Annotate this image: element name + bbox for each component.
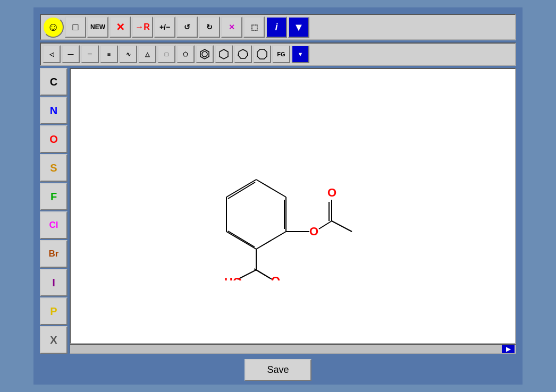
molecule-svg: O O [182,132,384,280]
element-Cl[interactable]: Cl [40,211,68,239]
row2-arrow-button[interactable]: ▼ [291,45,309,63]
undo-button[interactable]: ↺ [176,16,198,38]
pentagon-button[interactable]: ⬠ [176,45,195,63]
svg-line-16 [319,221,332,229]
element-S[interactable]: S [40,154,68,182]
heptagon-button[interactable] [234,45,252,63]
main-area: C N O S F Cl Br I P X [40,68,516,354]
canvas-wrapper: O O [70,68,516,354]
bond-single-button[interactable]: — [62,45,80,63]
new-button[interactable]: NEW [87,16,108,38]
blue-arrow-button[interactable]: ▼ [288,16,309,38]
svg-line-23 [254,269,270,278]
svg-text:O: O [309,225,318,238]
bond-double-button[interactable]: ═ [81,45,99,63]
svg-point-1 [202,52,207,57]
triangle-button[interactable]: △ [138,45,156,63]
svg-marker-2 [220,49,228,59]
cross-button[interactable]: ✕ [221,16,242,38]
fg-button[interactable]: FG [272,45,290,63]
svg-line-5 [256,180,286,197]
toolbar-row2: ◁ — ═ ≡ ∿ △ □ ⬠ FG [40,42,516,66]
svg-text:HO: HO [224,275,242,280]
element-I[interactable]: I [40,269,68,296]
plusminus-button[interactable]: +/− [154,16,175,38]
svg-text:O: O [327,186,336,199]
smiley-button[interactable]: ☺ [43,16,64,38]
square-button[interactable]: □ [157,45,175,63]
bond-triple-button[interactable]: ≡ [100,45,118,63]
octagon-button[interactable] [253,45,271,63]
element-X[interactable]: X [40,326,68,354]
bond-wedge-button[interactable]: ◁ [43,45,61,63]
svg-line-13 [228,182,255,199]
save-button[interactable]: Save [245,359,311,381]
select-button[interactable]: ⬚ [243,16,265,38]
info-button[interactable]: i [266,16,287,38]
svg-line-20 [332,221,352,232]
svg-marker-3 [238,49,248,58]
svg-line-9 [226,232,256,249]
element-P[interactable]: P [40,297,68,325]
app-container: ☺ □ NEW ✕ →R +/− ↺ ↻ ✕ ⬚ i ▼ ◁ — ═ ≡ ∿ △… [33,7,523,385]
svg-marker-4 [257,49,267,59]
svg-line-12 [226,180,256,197]
bond-wave-button[interactable]: ∿ [119,45,137,63]
rect-button[interactable]: □ [65,16,86,38]
hexagon-aromatic-button[interactable] [196,45,214,63]
molecule-canvas[interactable]: O O [70,68,516,344]
hexagon-button[interactable] [215,45,233,63]
scrollbar-bottom: ▶ [70,344,516,354]
svg-line-10 [228,231,255,247]
element-F[interactable]: F [40,183,68,210]
svg-text:O: O [271,274,280,280]
element-O[interactable]: O [40,125,68,153]
element-sidebar: C N O S F Cl Br I P X [40,68,68,354]
arrow-button[interactable]: →R [132,16,153,38]
toolbar-row1: ☺ □ NEW ✕ →R +/− ↺ ↻ ✕ ⬚ i ▼ [40,14,516,40]
element-Br[interactable]: Br [40,240,68,268]
svg-line-8 [256,232,286,249]
element-N[interactable]: N [40,97,68,124]
save-row: Save [40,356,516,382]
redo-button[interactable]: ↻ [199,16,220,38]
delete-button[interactable]: ✕ [109,16,131,38]
element-C[interactable]: C [40,68,68,96]
scroll-right-button[interactable]: ▶ [502,345,515,353]
